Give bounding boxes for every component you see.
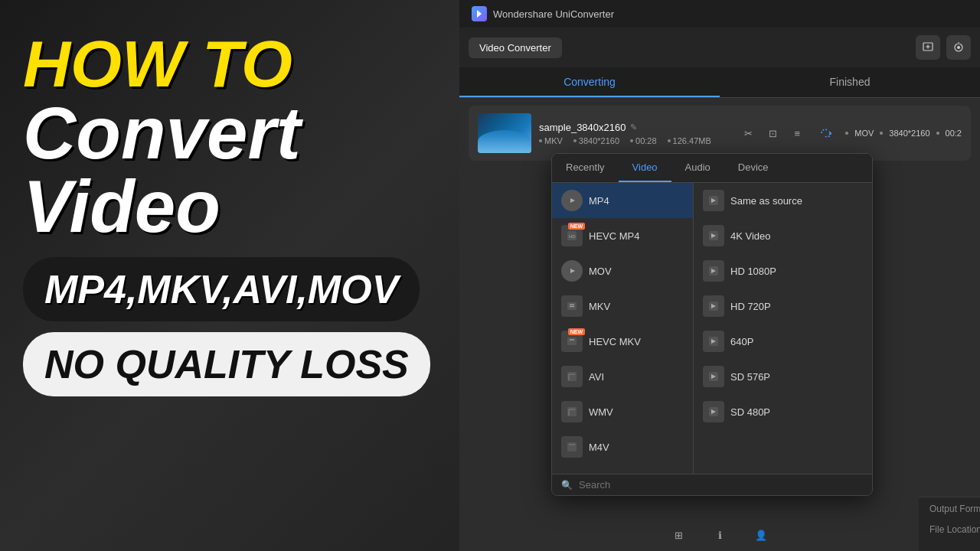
format-item-mp4[interactable]: MP4 (552, 183, 693, 218)
new-tag-hevc-mkv: NEW (568, 328, 585, 335)
meta-dot-3 (630, 139, 633, 142)
file-thumbnail (478, 113, 531, 153)
format-item-hd720[interactable]: HD 720P (694, 289, 872, 324)
format-label-same: Same as source (730, 195, 802, 207)
format-item-wmv[interactable]: WMV (552, 394, 693, 429)
edit-icon[interactable]: ✎ (630, 122, 637, 132)
format-item-m4v[interactable]: M4V (552, 429, 693, 465)
crop-icon[interactable]: ⊡ (763, 123, 782, 143)
output-duration-label: 00:2 (946, 129, 962, 138)
format-item-mkv[interactable]: MKV (552, 289, 693, 324)
format-item-hevc-mkv[interactable]: NEW HEVC MKV (552, 324, 693, 359)
meta-dot-1 (539, 139, 542, 142)
tutorial-line3: Video (23, 170, 430, 243)
output-dot-3 (936, 132, 939, 135)
format-label-mov: MOV (589, 266, 612, 277)
format-tab-recently[interactable]: Recently (552, 154, 619, 182)
file-name-row: sample_3840x2160 ✎ (539, 122, 730, 133)
format-item-640p[interactable]: 640P (694, 324, 872, 359)
svg-text:HD: HD (569, 234, 576, 239)
nav-area: Video Converter (459, 28, 980, 67)
output-format-label: Output Format: (929, 504, 980, 514)
meta-dot-2 (573, 139, 577, 142)
output-dot-1 (845, 132, 848, 135)
mov-icon (561, 260, 583, 282)
tutorial-line1: HOW TO (23, 31, 430, 96)
svg-rect-24 (567, 442, 577, 452)
format-item-sd576[interactable]: SD 576P (694, 359, 872, 394)
wmv-icon (561, 401, 583, 422)
meta-duration: 00:28 (630, 136, 657, 145)
nav-icons (916, 35, 971, 60)
svg-marker-0 (477, 10, 482, 18)
hd720-icon (703, 295, 724, 317)
thumb-wave (478, 130, 531, 153)
tab-finished[interactable]: Finished (720, 67, 980, 97)
format-label-avi: AVI (589, 371, 604, 383)
format-tab-device[interactable]: Device (724, 154, 782, 182)
4k-icon (703, 225, 724, 246)
format-item-same-as-source[interactable]: Same as source (694, 183, 872, 218)
add-icon-bottom[interactable]: ⊞ (668, 525, 688, 545)
tab-converting[interactable]: Converting (459, 67, 720, 97)
meta-resolution: 3840*2160 (573, 136, 619, 145)
meta-format: MKV (539, 136, 563, 145)
format-label-hevc-mkv: HEVC MKV (589, 336, 641, 347)
logo-icon (472, 6, 487, 21)
tutorial-overlay: HOW TO Convert Video MP4,MKV,AVI,MOV NO … (23, 31, 430, 396)
format-tab-video[interactable]: Video (619, 154, 671, 182)
hevc-mp4-icon: HD NEW (561, 225, 583, 246)
format-tab-audio[interactable]: Audio (671, 154, 724, 182)
format-item-sd480[interactable]: SD 480P (694, 394, 872, 429)
format-label-sd480: SD 480P (730, 406, 770, 418)
svg-rect-16 (567, 337, 577, 345)
tutorial-line2: Convert (23, 96, 430, 170)
file-info: sample_3840x2160 ✎ MKV 3840*2160 00:28 (539, 122, 730, 145)
format-item-mov[interactable]: MOV (552, 253, 693, 289)
format-label-4k: 4K Video (730, 230, 771, 242)
meta-dot-4 (668, 139, 671, 142)
cut-icon[interactable]: ✂ (738, 123, 758, 143)
nav-tab-video-converter[interactable]: Video Converter (469, 37, 562, 58)
file-name: sample_3840x2160 (539, 122, 626, 133)
output-format-info: MOV 3840*2160 00:2 (845, 129, 962, 138)
format-item-4k[interactable]: 4K Video (694, 218, 872, 253)
add-file-button[interactable] (916, 35, 940, 60)
format-col-left[interactable]: MP4 HD NEW HEVC MP4 MOV (552, 183, 694, 474)
format-label-hd1080: HD 1080P (730, 266, 776, 277)
sd480-icon (703, 401, 724, 422)
format-columns: MP4 HD NEW HEVC MP4 MOV (552, 183, 872, 474)
app-logo: Wondershare UniConverter (472, 6, 614, 21)
640p-icon (703, 331, 724, 352)
effects-icon[interactable]: ≡ (787, 123, 807, 143)
format-label-hevc-mp4: HEVC MP4 (589, 230, 639, 242)
quality-text: NO QUALITY LOSS (44, 342, 409, 386)
title-bar: Wondershare UniConverter (459, 0, 980, 28)
svg-point-5 (957, 46, 960, 49)
info-icon-bottom[interactable]: ℹ (710, 525, 730, 545)
hd1080-icon (703, 260, 724, 282)
same-source-icon (703, 190, 724, 211)
camera-button[interactable] (946, 35, 971, 60)
format-search: 🔍 (552, 474, 872, 495)
output-dot-2 (880, 132, 883, 135)
meta-size: 126.47MB (668, 136, 711, 145)
convert-arrow[interactable] (815, 122, 838, 145)
search-input[interactable] (579, 479, 863, 491)
formats-text: MP4,MKV,AVI,MOV (44, 267, 398, 311)
user-icon-bottom[interactable]: 👤 (751, 525, 771, 545)
format-label-hd720: HD 720P (730, 301, 771, 312)
status-bar: Converting Finished (459, 67, 980, 98)
format-col-right[interactable]: Same as source 4K Video HD 1080P (694, 183, 872, 474)
format-item-avi[interactable]: AVI (552, 359, 693, 394)
format-item-hd1080[interactable]: HD 1080P (694, 253, 872, 289)
format-item-hevc-mp4[interactable]: HD NEW HEVC MP4 (552, 218, 693, 253)
format-tabs: Recently Video Audio Device (552, 154, 872, 183)
quality-badge: NO QUALITY LOSS (23, 332, 430, 396)
mkv-icon (561, 295, 583, 317)
m4v-icon (561, 436, 583, 458)
app-window: Wondershare UniConverter Video Converter (459, 0, 980, 551)
format-label-mp4: MP4 (589, 195, 609, 207)
hevc-mkv-icon: NEW (561, 331, 583, 352)
avi-icon (561, 366, 583, 387)
